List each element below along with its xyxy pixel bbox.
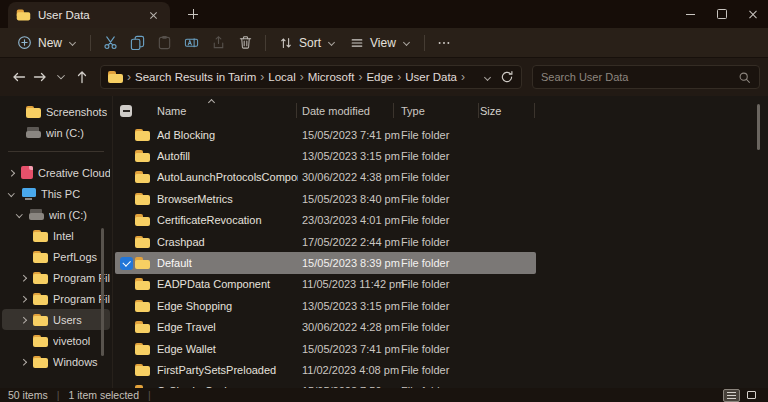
breadcrumb: Search Results in Tarim Local Microsoft … bbox=[135, 70, 469, 84]
file-row[interactable]: Crashpad 17/05/2022 2:44 pm File folder bbox=[115, 231, 536, 252]
sidebar-item-icon bbox=[33, 251, 48, 263]
column-header-type[interactable]: Type bbox=[395, 105, 480, 117]
cut-button[interactable] bbox=[97, 31, 124, 55]
breadcrumb-segment[interactable]: User Data bbox=[405, 71, 457, 83]
breadcrumb-segment[interactable]: Search Results in Tarim bbox=[135, 71, 256, 83]
back-button[interactable] bbox=[8, 66, 29, 88]
sidebar-item-icon bbox=[33, 272, 48, 284]
view-button[interactable]: View bbox=[343, 33, 418, 53]
sidebar-item[interactable]: Program File bbox=[2, 267, 110, 288]
large-icons-view-button[interactable] bbox=[743, 389, 760, 402]
folder-icon bbox=[135, 214, 150, 226]
rename-button[interactable] bbox=[178, 31, 205, 55]
address-bar[interactable]: Search Results in Tarim Local Microsoft … bbox=[100, 65, 522, 89]
sidebar-item-icon bbox=[21, 188, 36, 200]
file-row[interactable]: Ad Blocking 15/05/2023 7:41 pm File fold… bbox=[115, 124, 536, 145]
sidebar-item[interactable]: Creative Cloud F bbox=[2, 162, 110, 183]
maximize-button[interactable] bbox=[706, 0, 737, 28]
sidebar-item[interactable]: This PC bbox=[2, 183, 110, 204]
sidebar-item[interactable]: Windows bbox=[2, 351, 110, 372]
expander-chevron-icon[interactable] bbox=[6, 168, 16, 178]
file-row[interactable]: EADPData Component 11/05/2023 11:42 pm F… bbox=[115, 274, 536, 295]
folder-icon bbox=[135, 364, 150, 376]
expander-chevron-icon[interactable] bbox=[14, 210, 24, 220]
file-list-scrollbar[interactable] bbox=[757, 104, 760, 150]
sidebar-item[interactable]: vivetool bbox=[2, 330, 110, 351]
new-button[interactable]: New bbox=[10, 32, 84, 53]
file-row[interactable]: BrowserMetrics 15/05/2023 8:40 pm File f… bbox=[115, 188, 536, 209]
breadcrumb-segment[interactable]: Microsoft bbox=[308, 71, 355, 83]
share-button[interactable] bbox=[205, 31, 232, 55]
sort-button[interactable]: Sort bbox=[272, 33, 343, 53]
folder-icon bbox=[135, 236, 150, 248]
details-view-button[interactable] bbox=[723, 389, 740, 402]
sidebar-item-icon bbox=[26, 106, 41, 118]
sidebar-item[interactable]: Intel bbox=[2, 225, 110, 246]
file-row[interactable]: CertificateRevocation 23/03/2023 4:01 pm… bbox=[115, 210, 536, 231]
paste-button[interactable] bbox=[151, 31, 178, 55]
file-row[interactable]: Autofill 13/05/2023 3:15 pm File folder bbox=[115, 145, 536, 166]
file-row[interactable]: AutoLaunchProtocolsComponent 30/06/2022 … bbox=[115, 167, 536, 188]
sidebar-item[interactable]: Program File bbox=[2, 288, 110, 309]
sidebar-item[interactable]: Screenshots bbox=[2, 101, 110, 122]
column-divider[interactable] bbox=[478, 103, 479, 118]
column-header-row: Name Date modified Type Size bbox=[115, 100, 536, 121]
file-row[interactable]: Edge Travel 30/06/2022 4:28 pm File fold… bbox=[115, 317, 536, 338]
chevron-down-icon bbox=[327, 38, 336, 47]
close-button[interactable] bbox=[737, 0, 768, 28]
folder-icon bbox=[17, 10, 31, 21]
trash-icon bbox=[238, 35, 253, 50]
column-divider[interactable] bbox=[534, 103, 535, 118]
recent-locations-button[interactable] bbox=[50, 66, 71, 88]
tab-close-icon[interactable] bbox=[146, 7, 162, 23]
sidebar-item[interactable]: PerfLogs bbox=[2, 246, 110, 267]
column-divider[interactable] bbox=[393, 103, 394, 118]
file-date-modified: 15/05/2023 8:39 pm bbox=[298, 257, 395, 269]
column-header-name[interactable]: Name bbox=[157, 105, 298, 117]
refresh-button[interactable] bbox=[500, 70, 514, 84]
details-view-icon bbox=[727, 395, 736, 396]
expander-chevron-icon[interactable] bbox=[18, 231, 28, 241]
file-name: Ad Blocking bbox=[157, 129, 298, 141]
row-checkbox[interactable] bbox=[120, 257, 133, 270]
expander-chevron-icon[interactable] bbox=[18, 315, 28, 325]
file-date-modified: 13/05/2023 3:15 pm bbox=[298, 150, 395, 162]
expander-chevron-icon[interactable] bbox=[18, 336, 28, 346]
delete-button[interactable] bbox=[232, 31, 259, 55]
items-count: 50 items bbox=[8, 389, 48, 401]
file-row[interactable]: FirstPartySetsPreloaded 11/02/2023 4:08 … bbox=[115, 359, 536, 380]
forward-button[interactable] bbox=[29, 66, 50, 88]
file-row[interactable]: Edge Wallet 15/05/2023 7:41 pm File fold… bbox=[115, 338, 536, 359]
column-divider[interactable] bbox=[296, 103, 297, 118]
sidebar-item-label: Screenshots bbox=[46, 106, 107, 118]
expander-chevron-icon[interactable] bbox=[18, 294, 28, 304]
up-button[interactable] bbox=[71, 66, 92, 88]
breadcrumb-segment[interactable]: Edge bbox=[366, 71, 393, 83]
explorer-body: Screenshots win (C:) Creative Cloud F bbox=[0, 96, 768, 402]
expander-chevron-icon[interactable] bbox=[18, 273, 28, 283]
more-options-button[interactable] bbox=[431, 31, 458, 55]
copy-button[interactable] bbox=[124, 31, 151, 55]
minimize-button[interactable] bbox=[675, 0, 706, 28]
new-tab-button[interactable] bbox=[185, 6, 201, 22]
column-header-size[interactable]: Size bbox=[480, 105, 536, 117]
file-name: Edge Travel bbox=[157, 321, 298, 333]
toolbar-divider bbox=[90, 35, 91, 51]
search-input[interactable]: Search User Data bbox=[532, 65, 760, 89]
file-row[interactable]: Default 15/05/2023 8:39 pm File folder bbox=[115, 252, 536, 273]
file-row[interactable]: Edge Shopping 13/05/2023 3:15 pm File fo… bbox=[115, 295, 536, 316]
sidebar-item[interactable]: win (C:) bbox=[2, 122, 110, 143]
expander-chevron-icon[interactable] bbox=[18, 252, 28, 262]
address-dropdown-icon[interactable] bbox=[483, 73, 492, 82]
expander-chevron-icon[interactable] bbox=[18, 357, 28, 367]
column-header-date-modified[interactable]: Date modified bbox=[298, 105, 395, 117]
sidebar-item-icon bbox=[26, 127, 41, 138]
breadcrumb-segment[interactable]: Local bbox=[268, 71, 296, 83]
tab-user-data[interactable]: User Data bbox=[8, 2, 170, 28]
folder-icon bbox=[135, 193, 150, 205]
sidebar-item[interactable]: Users bbox=[2, 309, 110, 330]
expander-chevron-icon[interactable] bbox=[6, 189, 16, 199]
select-all-checkbox[interactable] bbox=[120, 105, 132, 117]
sidebar-scrollbar[interactable] bbox=[101, 228, 104, 356]
sidebar-item[interactable]: win (C:) bbox=[2, 204, 110, 225]
